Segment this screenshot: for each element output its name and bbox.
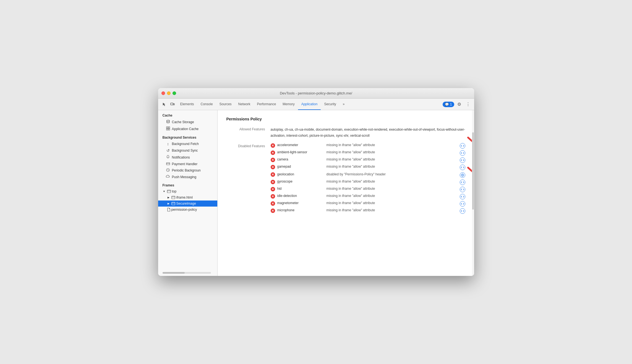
feature-name: microphone (277, 208, 324, 212)
feature-reason: missing in iframe "allow" attribute (327, 150, 454, 154)
devtools-body: Cache Cache Storage (158, 110, 474, 276)
sidebar-item-periodic-background[interactable]: Periodic Backgroun (158, 167, 217, 174)
allowed-features-label: Allowed Features (226, 127, 271, 131)
messages-badge[interactable]: 💬 1 (443, 102, 454, 107)
expand-arrow-top: ▼ (163, 190, 166, 193)
tab-network[interactable]: Network (235, 99, 254, 110)
feature-row-ambient-light-sensor: ✕ ambient-light-sensor missing in iframe… (271, 150, 465, 156)
error-icon: ✕ (271, 158, 275, 162)
feature-name: gamepad (277, 165, 324, 168)
sidebar-item-secure-image[interactable]: ▶ SecureImage (158, 201, 217, 207)
error-icon: ✕ (271, 180, 275, 184)
error-icon: ✕ (271, 209, 275, 213)
feature-row-gyroscope: ✕ gyroscope missing in iframe "allow" at… (271, 180, 465, 185)
svg-rect-6 (168, 129, 170, 130)
sidebar-item-push-messaging[interactable]: Push Messaging (158, 174, 217, 180)
error-icon: ✕ (271, 201, 275, 206)
payment-icon (166, 162, 170, 166)
tab-list: Elements Console Sources Network Perform… (177, 99, 442, 110)
sidebar-item-background-fetch[interactable]: ↕ Background Fetch (158, 141, 217, 147)
sidebar-item-label: Background Sync (172, 149, 198, 152)
feature-row-hid: ✕ hid missing in iframe "allow" attribut… (271, 187, 465, 192)
error-icon: ✕ (271, 165, 275, 169)
view-source-button[interactable] (460, 194, 465, 199)
close-button[interactable] (161, 91, 165, 95)
device-icon[interactable] (169, 101, 176, 108)
tab-security[interactable]: Security (321, 99, 339, 110)
svg-rect-12 (172, 196, 175, 199)
view-source-button[interactable] (460, 165, 465, 170)
tab-more[interactable]: » (339, 99, 348, 110)
sidebar-item-iframe-html[interactable]: ▶ iframe.html (158, 194, 217, 201)
toolbar-right: 💬 1 ⚙ ⋮ (443, 101, 472, 108)
view-source-button[interactable] (460, 172, 465, 178)
main-panel: Permissions Policy Allowed Features auto… (218, 110, 474, 276)
svg-rect-1 (173, 104, 174, 105)
feature-name: idle-detection (277, 194, 324, 198)
sidebar-item-label: Background Fetch (172, 142, 199, 146)
scrollbar-thumb[interactable] (472, 132, 474, 210)
feature-name: gyroscope (277, 180, 324, 183)
cursor-icon[interactable] (160, 101, 168, 108)
feature-reason: missing in iframe "allow" attribute (327, 187, 454, 191)
grid-icon (166, 126, 170, 131)
disabled-features-list: ✕ accelerometer missing in iframe "allow… (271, 143, 465, 215)
more-options-button[interactable]: ⋮ (464, 101, 472, 108)
tab-elements[interactable]: Elements (177, 99, 197, 110)
view-source-button[interactable] (460, 143, 465, 149)
view-source-button[interactable] (460, 187, 465, 192)
feature-name: ambient-light-sensor (277, 150, 324, 154)
sidebar-item-background-sync[interactable]: ↺ Background Sync (158, 147, 217, 154)
sidebar: Cache Cache Storage (158, 110, 218, 276)
view-source-button[interactable] (460, 208, 465, 214)
sidebar-item-application-cache[interactable]: Application Cache (158, 125, 217, 132)
feature-row-geolocation: ✕ geolocation disabled by "Permissions-P… (271, 172, 465, 178)
feature-reason: missing in iframe "allow" attribute (327, 201, 454, 205)
allowed-features-value: autoplay, ch-ua, ch-ua-mobile, document-… (271, 127, 465, 139)
sidebar-item-payment-handler[interactable]: Payment Handler (158, 161, 217, 167)
fetch-icon: ↕ (166, 142, 170, 146)
expand-arrow-secure: ▶ (167, 202, 170, 205)
feature-row-microphone: ✕ microphone missing in iframe "allow" a… (271, 208, 465, 214)
feature-name: accelerometer (277, 143, 324, 147)
tab-application[interactable]: Application (298, 99, 321, 110)
view-source-button[interactable] (460, 201, 465, 207)
bell-icon (166, 155, 170, 160)
sidebar-item-notifications[interactable]: Notifications (158, 154, 217, 161)
disabled-features-label: Disabled Features (226, 143, 271, 148)
tab-sources[interactable]: Sources (216, 99, 235, 110)
sidebar-item-label: iframe.html (176, 196, 193, 199)
feature-reason: disabled by "Permissions-Policy" header (327, 172, 454, 177)
allowed-features-row: Allowed Features autoplay, ch-ua, ch-ua-… (226, 127, 465, 139)
feature-reason: missing in iframe "allow" attribute (327, 180, 454, 183)
tab-performance[interactable]: Performance (254, 99, 280, 110)
view-source-button[interactable] (460, 180, 465, 185)
sidebar-scrollbar-track (163, 272, 211, 274)
sidebar-item-label: Periodic Backgroun (172, 168, 201, 172)
sidebar-item-top[interactable]: ▼ top (158, 188, 217, 194)
traffic-lights (161, 91, 176, 95)
sync-icon: ↺ (166, 148, 170, 153)
sidebar-item-cache-storage[interactable]: Cache Storage (158, 118, 217, 125)
devtools-window: DevTools - permission-policy-demo.glitch… (158, 88, 474, 276)
cloud-icon (166, 175, 170, 179)
clock-icon (166, 168, 170, 173)
disabled-features-row: Disabled Features ✕ accelerometer missin… (226, 143, 465, 215)
settings-button[interactable]: ⚙ (455, 101, 463, 108)
feature-reason: missing in iframe "allow" attribute (327, 143, 454, 147)
view-source-button[interactable] (460, 150, 465, 156)
svg-rect-14 (172, 202, 175, 205)
tab-console[interactable]: Console (197, 99, 216, 110)
sidebar-scrollbar-thumb[interactable] (163, 272, 185, 274)
error-icon: ✕ (271, 187, 275, 191)
sidebar-item-permission-policy[interactable]: permission-policy (158, 207, 217, 213)
feature-row-magnetometer: ✕ magnetometer missing in iframe "allow"… (271, 201, 465, 207)
feature-name: hid (277, 187, 324, 191)
maximize-button[interactable] (173, 91, 176, 95)
view-source-button[interactable] (460, 157, 465, 163)
sidebar-item-label: SecureImage (176, 202, 196, 205)
svg-rect-10 (167, 190, 171, 193)
minimize-button[interactable] (167, 91, 171, 95)
svg-rect-3 (166, 127, 168, 128)
tab-memory[interactable]: Memory (279, 99, 298, 110)
